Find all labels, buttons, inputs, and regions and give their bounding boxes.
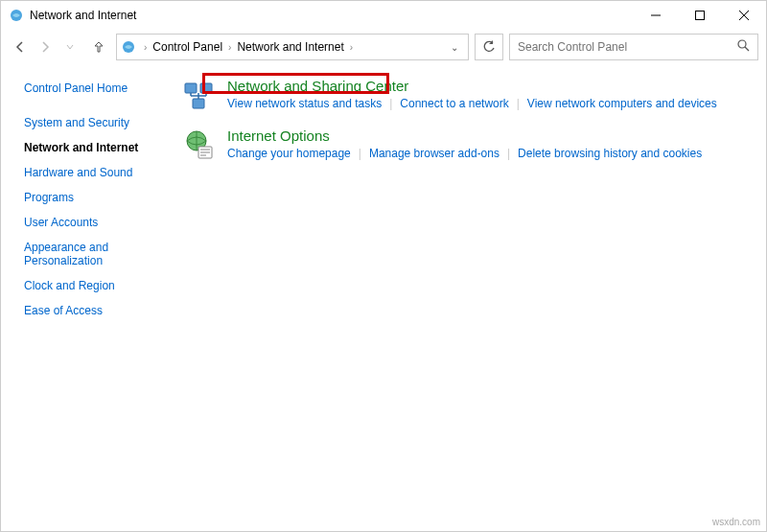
breadcrumb-item[interactable]: Control Panel	[151, 40, 224, 54]
search-icon[interactable]	[737, 39, 750, 55]
sidebar-item-ease-of-access[interactable]: Ease of Access	[24, 300, 174, 321]
back-button[interactable]	[9, 35, 32, 58]
location-icon	[121, 39, 136, 55]
content-area: Control Panel Home System and Security N…	[1, 64, 766, 518]
svg-point-6	[738, 40, 746, 48]
svg-rect-9	[200, 83, 212, 93]
network-sharing-icon	[183, 80, 214, 110]
chevron-right-icon[interactable]: ›	[346, 42, 357, 53]
category-title-link[interactable]: Network and Sharing Center	[227, 78, 747, 94]
titlebar: Network and Internet	[1, 1, 766, 30]
sidebar-item-appearance[interactable]: Appearance and Personalization	[24, 237, 174, 271]
sub-link[interactable]: Connect to a network	[400, 97, 508, 110]
link-separator: |	[359, 147, 361, 160]
minimize-button[interactable]	[634, 1, 678, 30]
maximize-button[interactable]	[678, 1, 722, 30]
category-title-link[interactable]: Internet Options	[227, 127, 747, 144]
search-input[interactable]	[518, 40, 737, 54]
sub-link[interactable]: Manage browser add-ons	[369, 147, 500, 160]
sidebar-item-hardware-sound[interactable]: Hardware and Sound	[24, 162, 174, 183]
address-bar[interactable]: › Control Panel › Network and Internet ›…	[116, 34, 469, 60]
category-sublinks: View network status and tasks | Connect …	[227, 97, 747, 110]
sidebar-home-link[interactable]: Control Panel Home	[24, 78, 174, 99]
navigation-bar: › Control Panel › Network and Internet ›…	[1, 30, 766, 64]
svg-rect-8	[185, 83, 197, 93]
svg-rect-2	[696, 12, 705, 20]
svg-line-7	[745, 47, 749, 51]
link-separator: |	[389, 97, 392, 110]
sub-link[interactable]: Change your homepage	[227, 147, 351, 160]
sidebar-item-system-security[interactable]: System and Security	[24, 112, 174, 133]
link-separator: |	[507, 147, 510, 160]
sidebar-item-clock-region[interactable]: Clock and Region	[24, 275, 174, 296]
sidebar-item-user-accounts[interactable]: User Accounts	[24, 212, 174, 233]
search-box[interactable]	[509, 34, 758, 60]
category-internet-options: Internet Options Change your homepage | …	[183, 127, 747, 160]
main-panel: Network and Sharing Center View network …	[174, 64, 766, 518]
breadcrumb-item[interactable]: Network and Internet	[235, 40, 345, 54]
watermark-text: wsxdn.com	[712, 517, 760, 527]
sub-link[interactable]: Delete browsing history and cookies	[518, 147, 702, 160]
close-button[interactable]	[722, 1, 766, 30]
sidebar-item-programs[interactable]: Programs	[24, 187, 174, 208]
sidebar-item-network-internet[interactable]: Network and Internet	[24, 137, 174, 158]
category-network-sharing: Network and Sharing Center View network …	[183, 78, 747, 110]
category-body: Internet Options Change your homepage | …	[227, 127, 747, 160]
app-icon	[9, 8, 24, 23]
chevron-right-icon[interactable]: ›	[224, 42, 235, 53]
forward-button[interactable]	[34, 35, 57, 58]
recent-dropdown[interactable]	[58, 35, 81, 58]
sub-link[interactable]: View network status and tasks	[227, 97, 382, 110]
internet-options-icon	[183, 129, 214, 160]
category-body: Network and Sharing Center View network …	[227, 78, 747, 110]
link-separator: |	[517, 97, 520, 110]
chevron-right-icon[interactable]: ›	[140, 42, 151, 53]
address-dropdown-icon[interactable]: ⌄	[445, 42, 464, 53]
svg-rect-10	[193, 99, 204, 108]
up-button[interactable]	[87, 35, 110, 58]
window-controls	[634, 1, 766, 30]
sub-link[interactable]: View network computers and devices	[527, 97, 717, 110]
sidebar: Control Panel Home System and Security N…	[1, 64, 174, 518]
refresh-button[interactable]	[475, 34, 503, 60]
category-sublinks: Change your homepage | Manage browser ad…	[227, 147, 747, 160]
window-title: Network and Internet	[30, 9, 634, 22]
